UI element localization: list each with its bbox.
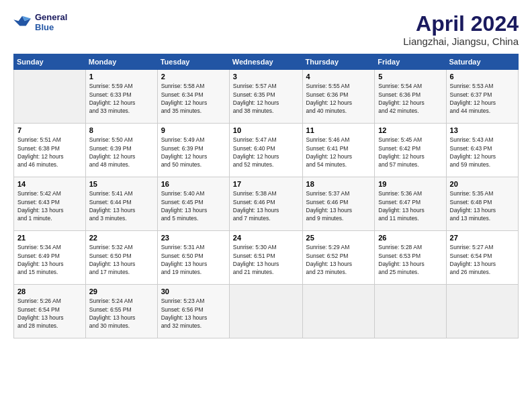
day-number: 1 (89, 73, 154, 81)
column-header-wednesday: Wednesday (229, 54, 302, 70)
day-cell (375, 285, 446, 338)
day-info: Sunrise: 5:57 AM Sunset: 6:35 PM Dayligh… (233, 82, 299, 115)
day-cell: 24Sunrise: 5:30 AM Sunset: 6:51 PM Dayli… (229, 231, 302, 285)
logo-icon (13, 15, 32, 30)
day-info: Sunrise: 5:26 AM Sunset: 6:54 PM Dayligh… (17, 297, 82, 330)
day-info: Sunrise: 5:27 AM Sunset: 6:54 PM Dayligh… (450, 243, 515, 276)
day-number: 30 (161, 287, 226, 295)
day-cell: 5Sunrise: 5:54 AM Sunset: 6:36 PM Daylig… (375, 70, 446, 124)
day-info: Sunrise: 5:55 AM Sunset: 6:36 PM Dayligh… (306, 82, 371, 115)
calendar-table: SundayMondayTuesdayWednesdayThursdayFrid… (13, 54, 519, 338)
day-number: 18 (306, 180, 371, 188)
day-number: 7 (17, 126, 82, 134)
day-cell: 20Sunrise: 5:35 AM Sunset: 6:48 PM Dayli… (446, 177, 518, 231)
day-info: Sunrise: 5:32 AM Sunset: 6:50 PM Dayligh… (89, 243, 154, 276)
day-cell: 22Sunrise: 5:32 AM Sunset: 6:50 PM Dayli… (85, 231, 157, 285)
day-cell: 15Sunrise: 5:41 AM Sunset: 6:44 PM Dayli… (85, 177, 157, 231)
column-header-tuesday: Tuesday (157, 54, 229, 70)
day-cell: 29Sunrise: 5:24 AM Sunset: 6:55 PM Dayli… (85, 285, 157, 338)
day-cell: 30Sunrise: 5:23 AM Sunset: 6:56 PM Dayli… (157, 285, 229, 338)
day-number: 16 (161, 180, 226, 188)
day-number: 5 (378, 73, 442, 81)
day-info: Sunrise: 5:46 AM Sunset: 6:41 PM Dayligh… (306, 136, 371, 169)
day-cell: 8Sunrise: 5:50 AM Sunset: 6:39 PM Daylig… (85, 124, 157, 177)
week-row: 21Sunrise: 5:34 AM Sunset: 6:49 PM Dayli… (14, 231, 519, 285)
day-number: 24 (233, 234, 299, 242)
day-number: 20 (450, 180, 515, 188)
day-cell: 27Sunrise: 5:27 AM Sunset: 6:54 PM Dayli… (446, 231, 518, 285)
day-info: Sunrise: 5:54 AM Sunset: 6:36 PM Dayligh… (378, 82, 442, 115)
day-number: 22 (89, 234, 154, 242)
day-cell: 6Sunrise: 5:53 AM Sunset: 6:37 PM Daylig… (446, 70, 518, 124)
day-cell: 16Sunrise: 5:40 AM Sunset: 6:45 PM Dayli… (157, 177, 229, 231)
day-cell (229, 285, 302, 338)
day-number: 6 (450, 73, 515, 81)
day-info: Sunrise: 5:45 AM Sunset: 6:42 PM Dayligh… (378, 136, 442, 169)
day-cell: 14Sunrise: 5:42 AM Sunset: 6:43 PM Dayli… (14, 177, 86, 231)
column-header-friday: Friday (375, 54, 446, 70)
day-cell: 2Sunrise: 5:58 AM Sunset: 6:34 PM Daylig… (157, 70, 229, 124)
column-header-monday: Monday (85, 54, 157, 70)
day-cell: 21Sunrise: 5:34 AM Sunset: 6:49 PM Dayli… (14, 231, 86, 285)
header-row: SundayMondayTuesdayWednesdayThursdayFrid… (14, 54, 519, 70)
week-row: 7Sunrise: 5:51 AM Sunset: 6:38 PM Daylig… (14, 124, 519, 177)
day-info: Sunrise: 5:42 AM Sunset: 6:43 PM Dayligh… (17, 189, 82, 222)
day-cell: 25Sunrise: 5:29 AM Sunset: 6:52 PM Dayli… (302, 231, 375, 285)
day-cell (302, 285, 375, 338)
title-area: April 2024 Liangzhai, Jiangsu, China (403, 12, 519, 47)
logo-text: General Blue (35, 12, 67, 32)
svg-marker-0 (13, 16, 31, 26)
day-number: 9 (161, 126, 226, 134)
day-cell: 13Sunrise: 5:43 AM Sunset: 6:43 PM Dayli… (446, 124, 518, 177)
day-number: 13 (450, 126, 515, 134)
day-info: Sunrise: 5:28 AM Sunset: 6:53 PM Dayligh… (378, 243, 442, 276)
day-number: 27 (450, 234, 515, 242)
day-number: 25 (306, 234, 371, 242)
day-cell: 10Sunrise: 5:47 AM Sunset: 6:40 PM Dayli… (229, 124, 302, 177)
day-info: Sunrise: 5:31 AM Sunset: 6:50 PM Dayligh… (161, 243, 226, 276)
day-info: Sunrise: 5:49 AM Sunset: 6:39 PM Dayligh… (161, 136, 226, 169)
day-info: Sunrise: 5:51 AM Sunset: 6:38 PM Dayligh… (17, 136, 82, 169)
day-cell (14, 70, 86, 124)
day-cell: 4Sunrise: 5:55 AM Sunset: 6:36 PM Daylig… (302, 70, 375, 124)
day-number: 10 (233, 126, 299, 134)
day-cell: 18Sunrise: 5:37 AM Sunset: 6:46 PM Dayli… (302, 177, 375, 231)
day-info: Sunrise: 5:59 AM Sunset: 6:33 PM Dayligh… (89, 82, 154, 115)
day-number: 15 (89, 180, 154, 188)
day-number: 21 (17, 234, 82, 242)
day-number: 23 (161, 234, 226, 242)
day-cell: 7Sunrise: 5:51 AM Sunset: 6:38 PM Daylig… (14, 124, 86, 177)
day-info: Sunrise: 5:41 AM Sunset: 6:44 PM Dayligh… (89, 189, 154, 222)
day-info: Sunrise: 5:47 AM Sunset: 6:40 PM Dayligh… (233, 136, 299, 169)
day-number: 26 (378, 234, 442, 242)
logo: General Blue (13, 12, 67, 32)
day-info: Sunrise: 5:23 AM Sunset: 6:56 PM Dayligh… (161, 297, 226, 330)
day-info: Sunrise: 5:43 AM Sunset: 6:43 PM Dayligh… (450, 136, 515, 169)
column-header-saturday: Saturday (446, 54, 518, 70)
day-info: Sunrise: 5:58 AM Sunset: 6:34 PM Dayligh… (161, 82, 226, 115)
day-info: Sunrise: 5:34 AM Sunset: 6:49 PM Dayligh… (17, 243, 82, 276)
day-info: Sunrise: 5:53 AM Sunset: 6:37 PM Dayligh… (450, 82, 515, 115)
day-info: Sunrise: 5:38 AM Sunset: 6:46 PM Dayligh… (233, 189, 299, 222)
day-info: Sunrise: 5:30 AM Sunset: 6:51 PM Dayligh… (233, 243, 299, 276)
day-info: Sunrise: 5:37 AM Sunset: 6:46 PM Dayligh… (306, 189, 371, 222)
day-number: 2 (161, 73, 226, 81)
day-number: 3 (233, 73, 299, 81)
location: Liangzhai, Jiangsu, China (403, 36, 519, 47)
day-number: 4 (306, 73, 371, 81)
header: General Blue April 2024 Liangzhai, Jiang… (13, 12, 519, 47)
day-cell: 12Sunrise: 5:45 AM Sunset: 6:42 PM Dayli… (375, 124, 446, 177)
day-cell: 3Sunrise: 5:57 AM Sunset: 6:35 PM Daylig… (229, 70, 302, 124)
week-row: 28Sunrise: 5:26 AM Sunset: 6:54 PM Dayli… (14, 285, 519, 338)
day-info: Sunrise: 5:29 AM Sunset: 6:52 PM Dayligh… (306, 243, 371, 276)
day-number: 17 (233, 180, 299, 188)
day-number: 14 (17, 180, 82, 188)
column-header-sunday: Sunday (14, 54, 86, 70)
day-cell: 17Sunrise: 5:38 AM Sunset: 6:46 PM Dayli… (229, 177, 302, 231)
day-cell: 9Sunrise: 5:49 AM Sunset: 6:39 PM Daylig… (157, 124, 229, 177)
day-number: 28 (17, 287, 82, 295)
month-title: April 2024 (403, 12, 519, 36)
day-number: 12 (378, 126, 442, 134)
day-info: Sunrise: 5:50 AM Sunset: 6:39 PM Dayligh… (89, 136, 154, 169)
page: General Blue April 2024 Liangzhai, Jiang… (0, 0, 532, 411)
